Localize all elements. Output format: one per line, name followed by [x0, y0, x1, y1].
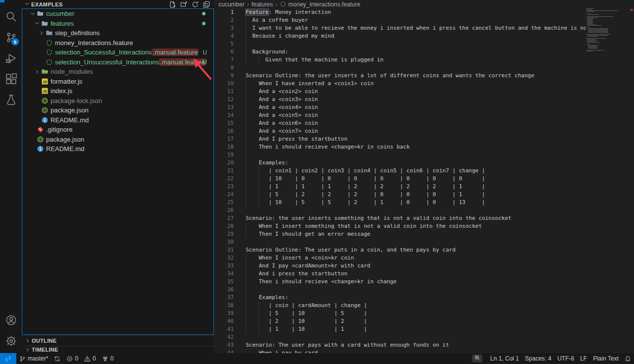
code-line[interactable]: 33 And I pay <cardAmount>kr with card — [214, 262, 586, 270]
code-line[interactable]: 30 — [214, 238, 586, 246]
tree-item-package-json[interactable]: package.json — [22, 105, 213, 115]
activity-extensions-icon[interactable] — [0, 68, 22, 89]
tree-item-selection-successful-interactions[interactable]: selection_Successful_Interactions.manual… — [22, 48, 213, 57]
code-line[interactable]: 31Scenario Outline: The user puts in a c… — [214, 246, 586, 254]
activity-account-icon[interactable] — [0, 310, 22, 330]
status-branch[interactable]: master* — [16, 353, 51, 364]
status-lf[interactable]: LF — [577, 353, 590, 364]
code-line[interactable]: 14 And a <coin5> coin — [214, 111, 586, 119]
activity-search-icon[interactable] — [0, 6, 22, 27]
line-text: Background: — [234, 48, 288, 56]
code-line[interactable]: 35 Then i should recieve <change>kr in c… — [214, 278, 586, 286]
code-line[interactable]: 41 | 1 | 10 | 1 | — [214, 325, 586, 333]
code-line[interactable]: 28 When I insert something that is not a… — [214, 222, 586, 230]
code-line[interactable]: 43Scenario: The user pays with a card wi… — [214, 341, 586, 349]
status-error[interactable]: 0 — [63, 353, 81, 364]
status-warning[interactable]: 0 — [81, 353, 99, 364]
line-number: 24 — [214, 191, 234, 199]
tree-item-selection-unsuccessful-interactions[interactable]: selection_Unsuccessful_Interactions.manu… — [22, 57, 213, 67]
code-line[interactable]: 38 | coin | cardAmount | change | — [214, 302, 586, 310]
code-line[interactable]: 29 Then I should get an error message — [214, 230, 586, 238]
status-radio-tower[interactable]: 0 — [99, 353, 117, 364]
tree-item-step-definitions[interactable]: step_definitions — [22, 28, 213, 38]
vscode-window: 5 EXAMPLES cucumberfeaturesstep_definiti… — [0, 0, 634, 364]
line-text: Then i should recieve <change>kr in chan… — [234, 278, 397, 286]
code-line[interactable]: 4 Because i changed my mind — [214, 32, 586, 40]
code-line[interactable]: 1Feature: Money interaction — [214, 8, 586, 16]
new-folder-icon[interactable] — [180, 1, 187, 8]
breadcrumb-item[interactable]: money_Interactions.feature — [280, 1, 360, 8]
tree-item-readme-md[interactable]: README.md — [22, 115, 213, 125]
code-line[interactable]: 19 — [214, 151, 586, 159]
status-utf-8[interactable]: UTF-8 — [554, 353, 577, 364]
activity-settings-gear-icon[interactable] — [0, 330, 22, 351]
status-spaces-4[interactable]: Spaces: 4 — [522, 353, 554, 364]
collapse-all-icon[interactable] — [203, 1, 210, 8]
code-line[interactable]: 2 As a coffee buyer — [214, 16, 586, 24]
line-number: 34 — [214, 270, 234, 278]
status-ln-1-col-1[interactable]: Ln 1, Col 1 — [487, 353, 522, 364]
code-line[interactable]: 27Scenario: the user inserts something t… — [214, 214, 586, 222]
tree-item-label: features — [51, 20, 74, 27]
minimap[interactable] — [586, 8, 630, 353]
breadcrumb-item[interactable]: cucumber — [218, 1, 245, 8]
code-line[interactable]: 37 Examples: — [214, 294, 586, 302]
code-line[interactable]: 36 — [214, 286, 586, 294]
refresh-icon[interactable] — [192, 1, 199, 8]
code-line[interactable]: 32 When I insert a <coin>kr coin — [214, 254, 586, 262]
code-line[interactable]: 22 | 10 | 0 | 0 | 0 | 0 | 0 | 0 | 0 | — [214, 175, 586, 183]
tree-item-package-json[interactable]: package.json — [22, 135, 213, 145]
code-line[interactable]: 5 — [214, 40, 586, 48]
code-line[interactable]: 13 And a <coin4> coin — [214, 104, 586, 111]
tree-item-package-lock-json[interactable]: package-lock.json — [22, 96, 213, 106]
code-line[interactable]: 8 — [214, 64, 586, 72]
status-plain-text[interactable]: Plain Text — [590, 353, 622, 364]
status-sync[interactable] — [51, 353, 63, 364]
line-number: 27 — [214, 214, 234, 222]
code-area[interactable]: 1Feature: Money interaction2 As a coffee… — [214, 8, 586, 353]
status-bell[interactable] — [622, 353, 634, 364]
code-line[interactable]: 34 And i press the startbutton — [214, 270, 586, 278]
tree-item-features[interactable]: features — [22, 19, 213, 29]
tree-item-formatter-js[interactable]: JSformatter.js — [22, 77, 213, 87]
code-line[interactable]: 20 Examples: — [214, 159, 586, 167]
code-line[interactable]: 39 | 5 | 10 | 5 | — [214, 310, 586, 317]
activity-source-control-icon[interactable]: 5 — [0, 27, 22, 48]
code-line[interactable]: 3 I want to be able to recieve the money… — [214, 24, 586, 32]
code-line[interactable]: 11 And a <coin2> coin — [214, 88, 586, 96]
tree-item-readme-md[interactable]: README.md — [22, 144, 213, 154]
code-line[interactable]: 17 And I press the startbutton — [214, 135, 586, 143]
status-remote[interactable] — [0, 353, 16, 364]
code-line[interactable]: 15 And a <coin6> coin — [214, 119, 586, 127]
activity-run-debug-icon[interactable] — [0, 48, 22, 68]
status-zoom[interactable] — [469, 353, 487, 364]
code-line[interactable]: 16 And a <coin7> coin — [214, 127, 586, 135]
code-line[interactable]: 44 When i pay by card — [214, 349, 586, 353]
tree-item-node-modules[interactable]: node_modules — [22, 67, 213, 77]
tree-item--gitignore[interactable]: .gitignore — [22, 125, 213, 135]
code-line[interactable]: 18 Then i should recieve <change>kr in c… — [214, 143, 586, 151]
code-line[interactable]: 6 Background: — [214, 48, 586, 56]
code-line[interactable]: 26 — [214, 207, 586, 214]
tree-item-cucumber[interactable]: cucumber — [22, 9, 213, 19]
code-line[interactable]: 23 | 1 | 1 | 1 | 2 | 2 | 2 | 2 | 1 | — [214, 183, 586, 191]
code-line[interactable]: 9Scenario Outline: the user inserts a lo… — [214, 72, 586, 80]
code-line[interactable]: 21 | coin1 | coin2 | coin3 | coin4 | coi… — [214, 167, 586, 175]
tree-item-index-js[interactable]: JSindex.js — [22, 86, 213, 96]
breadcrumb-item[interactable]: features — [252, 1, 273, 8]
code-line[interactable]: 40 | 2 | 10 | 2 | — [214, 317, 586, 325]
code-line[interactable]: 25 | 10 | 5 | 5 | 2 | 1 | 0 | 0 | 13 | — [214, 199, 586, 207]
code-line[interactable]: 7 Given that the machine is plugged in — [214, 56, 586, 64]
tree-item-label: package-lock.json — [51, 97, 102, 104]
tree-item-money-interactions-feature[interactable]: money_Interactions.feature — [22, 38, 213, 48]
code-line[interactable]: 12 And a <coin3> coin — [214, 96, 586, 104]
code-line[interactable]: 42 — [214, 333, 586, 341]
activity-testing-icon[interactable] — [0, 89, 22, 110]
explorer-header[interactable]: EXAMPLES — [22, 0, 214, 8]
overview-ruler[interactable] — [630, 8, 634, 353]
code-line[interactable]: 10 When I have inserted a <coin1> coin — [214, 80, 586, 88]
code-line[interactable]: 24 | 5 | 2 | 2 | 2 | 0 | 0 | 0 | 1 | — [214, 191, 586, 199]
sidebar-section-outline[interactable]: OUTLINE — [22, 335, 214, 345]
sidebar-section-timeline[interactable]: TIMELINE — [22, 346, 214, 353]
new-file-icon[interactable] — [169, 1, 176, 8]
